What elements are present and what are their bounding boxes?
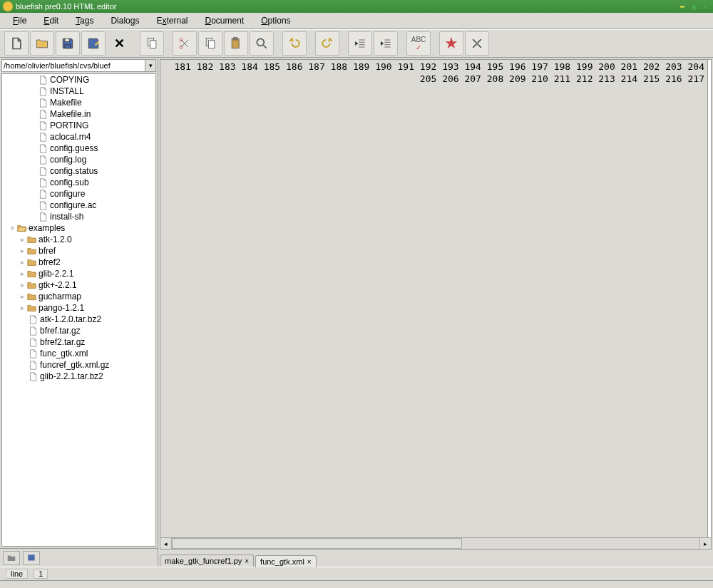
svg-rect-1 xyxy=(150,41,156,48)
tree-file[interactable]: INSTALL xyxy=(2,86,155,97)
menu-document[interactable]: Document xyxy=(198,14,252,27)
svg-point-9 xyxy=(476,42,479,46)
sidebar-tab-bookmarks[interactable] xyxy=(23,551,40,565)
sidebar-tab-files[interactable] xyxy=(3,551,20,565)
close-button[interactable]: ✕ xyxy=(700,1,710,11)
copy2-button[interactable] xyxy=(198,31,222,56)
tree-file[interactable]: configure.ac xyxy=(2,200,155,211)
undo-button[interactable] xyxy=(282,31,307,56)
tree-folder[interactable]: ▹bfref xyxy=(2,245,155,257)
menu-edit[interactable]: Edit xyxy=(36,14,66,27)
unindent-button[interactable] xyxy=(348,31,372,56)
scroll-left[interactable]: ◂ xyxy=(160,538,172,549)
scroll-thumb[interactable] xyxy=(172,538,462,549)
close-icon[interactable]: × xyxy=(307,558,312,566)
tree-file[interactable]: COPYING xyxy=(2,74,155,86)
minimize-button[interactable]: ━ xyxy=(677,1,687,11)
window-title: bluefish pre0.10 HTML editor xyxy=(16,2,116,11)
tree-file[interactable]: bfref.tar.gz xyxy=(2,325,155,336)
tree-file[interactable]: funcref_gtk.xml.gz xyxy=(2,359,155,371)
tree-folder[interactable]: ▿examples xyxy=(2,222,155,234)
document-tabs: make_gtk_funcref1.py× func_gtk.xml× xyxy=(158,550,713,567)
toolbar: ✕ ABC✓ ★ xyxy=(0,29,713,58)
statusbar: line 1 xyxy=(0,567,713,581)
svg-rect-5 xyxy=(209,41,215,48)
tree-file[interactable]: glib-2.2.1.tar.bz2 xyxy=(2,371,155,382)
copy-button[interactable] xyxy=(140,31,164,56)
tree-file[interactable]: Makefile.in xyxy=(2,108,155,120)
tree-file[interactable]: config.log xyxy=(2,154,155,165)
new-button[interactable] xyxy=(4,31,29,56)
tree-folder[interactable]: ▹pango-1.2.1 xyxy=(2,302,155,314)
indent-button[interactable] xyxy=(374,31,398,56)
save-button[interactable] xyxy=(56,31,80,56)
tree-file[interactable]: install-sh xyxy=(2,211,155,222)
menu-dialogs[interactable]: Dialogs xyxy=(103,14,146,27)
tree-file[interactable]: PORTING xyxy=(2,120,155,131)
tree-file[interactable]: aclocal.m4 xyxy=(2,131,155,143)
status-line-label: line xyxy=(6,569,28,579)
open-button[interactable] xyxy=(30,31,54,56)
find-button[interactable] xyxy=(250,31,274,56)
tree-file[interactable]: func_gtk.xml xyxy=(2,348,155,359)
menu-file[interactable]: File xyxy=(6,14,34,27)
path-dropdown[interactable]: ▾ xyxy=(145,59,156,72)
titlebar: bluefish pre0.10 HTML editor ━ ◉ ✕ xyxy=(0,0,713,13)
path-input[interactable] xyxy=(1,59,145,72)
scroll-right[interactable]: ▸ xyxy=(699,538,711,549)
svg-rect-10 xyxy=(28,555,34,560)
menu-options[interactable]: Options xyxy=(254,14,297,27)
tab-make-gtk[interactable]: make_gtk_funcref1.py× xyxy=(160,555,254,567)
menubar: File Edit Tags Dialogs External Document… xyxy=(0,13,713,29)
maximize-button[interactable]: ◉ xyxy=(689,1,699,11)
tree-folder[interactable]: ▹atk-1.2.0 xyxy=(2,234,155,245)
menu-tags[interactable]: Tags xyxy=(68,14,101,27)
tree-file[interactable]: config.sub xyxy=(2,177,155,188)
tree-file[interactable]: Makefile xyxy=(2,97,155,108)
tab-func-gtk[interactable]: func_gtk.xml× xyxy=(255,555,317,567)
spellcheck-button[interactable]: ABC✓ xyxy=(406,31,431,56)
horizontal-scrollbar[interactable]: ◂ ▸ xyxy=(160,538,712,550)
tree-folder[interactable]: ▹glib-2.2.1 xyxy=(2,268,155,279)
tree-file[interactable]: bfref2.tar.gz xyxy=(2,336,155,348)
code-editor[interactable]: 181 182 183 184 185 186 187 188 189 190 … xyxy=(160,59,712,538)
tree-file[interactable]: configure xyxy=(2,188,155,200)
tree-file[interactable]: config.status xyxy=(2,165,155,177)
close-file-button[interactable]: ✕ xyxy=(107,31,131,56)
file-tree[interactable]: COPYINGINSTALLMakefileMakefile.inPORTING… xyxy=(1,73,156,547)
redo-button[interactable] xyxy=(315,31,339,56)
close-icon[interactable]: × xyxy=(245,557,249,565)
tree-folder[interactable]: ▹gucharmap xyxy=(2,291,155,302)
paste-button[interactable] xyxy=(224,31,248,56)
line-gutter: 181 182 183 184 185 186 187 188 189 190 … xyxy=(160,60,708,537)
svg-rect-7 xyxy=(234,38,237,40)
tree-file[interactable]: config.guess xyxy=(2,143,155,154)
bookmark-button[interactable]: ★ xyxy=(439,31,463,56)
app-icon xyxy=(3,1,13,11)
status-line-number: 1 xyxy=(34,569,48,579)
preferences-button[interactable] xyxy=(465,31,489,56)
cut-button[interactable] xyxy=(173,31,197,56)
code-content[interactable]: start = 0 end = string.find(args,',') if… xyxy=(708,60,711,537)
tree-file[interactable]: atk-1.2.0.tar.bz2 xyxy=(2,314,155,325)
svg-point-8 xyxy=(257,38,264,46)
sidebar: ▾ COPYINGINSTALLMakefileMakefile.inPORTI… xyxy=(0,58,158,567)
tree-folder[interactable]: ▹bfref2 xyxy=(2,257,155,268)
menu-external[interactable]: External xyxy=(149,14,195,27)
tree-folder[interactable]: ▹gtk+-2.2.1 xyxy=(2,279,155,291)
save-as-button[interactable] xyxy=(81,31,106,56)
